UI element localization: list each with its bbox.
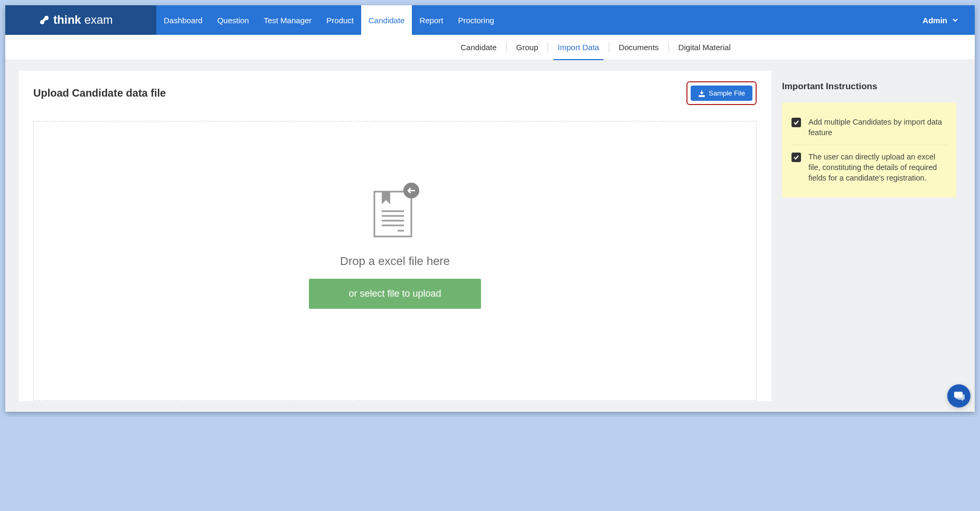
- chevron-down-icon: [951, 16, 959, 24]
- instruction-text: The user can directly upload an excel fi…: [808, 152, 947, 184]
- drop-text: Drop a excel file here: [340, 254, 450, 268]
- top-navbar: think exam Dashboard Question Test Manag…: [5, 5, 975, 35]
- nav-item-report[interactable]: Report: [412, 5, 450, 35]
- instruction-item: Add multiple Candidates by import data f…: [791, 110, 947, 145]
- subnav-item-import-data[interactable]: Import Data: [548, 35, 608, 60]
- subnav: Candidate Group Import Data Documents Di…: [5, 35, 975, 60]
- logo-icon: [40, 15, 49, 25]
- subnav-item-digital-material[interactable]: Digital Material: [669, 35, 740, 60]
- nav-item-dashboard[interactable]: Dashboard: [156, 5, 210, 35]
- chat-icon: [953, 390, 965, 402]
- sidebar-title: Important Instructions: [782, 81, 956, 92]
- nav-item-product[interactable]: Product: [319, 5, 361, 35]
- nav-items: Dashboard Question Test Manager Product …: [156, 5, 502, 35]
- logo-text: think exam: [53, 13, 112, 27]
- instructions-sidebar: Important Instructions Add multiple Cand…: [771, 71, 962, 401]
- main-panel: Upload Candidate data file Sample File: [18, 71, 771, 401]
- nav-item-proctoring[interactable]: Proctoring: [450, 5, 501, 35]
- select-file-button[interactable]: or select file to upload: [309, 279, 480, 309]
- subnav-item-candidate[interactable]: Candidate: [451, 35, 506, 60]
- sample-file-button[interactable]: Sample File: [691, 86, 752, 101]
- nav-item-test-manager[interactable]: Test Manager: [256, 5, 319, 35]
- instruction-item: The user can directly upload an excel fi…: [791, 145, 947, 190]
- nav-item-candidate[interactable]: Candidate: [361, 5, 412, 35]
- instruction-text: Add multiple Candidates by import data f…: [808, 117, 947, 138]
- subnav-item-documents[interactable]: Documents: [609, 35, 668, 60]
- chat-widget[interactable]: [947, 384, 970, 408]
- download-icon: [698, 90, 705, 97]
- content-area: Upload Candidate data file Sample File: [5, 60, 975, 412]
- nav-item-question[interactable]: Question: [210, 5, 256, 35]
- sample-file-highlight: Sample File: [686, 81, 757, 105]
- document-upload-icon: [370, 182, 420, 240]
- page-title: Upload Candidate data file: [33, 87, 166, 99]
- main-header: Upload Candidate data file Sample File: [33, 81, 757, 105]
- user-label: Admin: [922, 16, 947, 25]
- sample-file-label: Sample File: [709, 89, 745, 97]
- check-icon: [791, 153, 801, 162]
- subnav-item-group[interactable]: Group: [507, 35, 548, 60]
- logo-section: think exam: [5, 5, 156, 35]
- user-menu[interactable]: Admin: [922, 5, 975, 35]
- check-icon: [791, 118, 801, 127]
- svg-rect-3: [374, 192, 411, 236]
- instructions-box: Add multiple Candidates by import data f…: [782, 102, 956, 197]
- file-dropzone[interactable]: Drop a excel file here or select file to…: [33, 121, 757, 401]
